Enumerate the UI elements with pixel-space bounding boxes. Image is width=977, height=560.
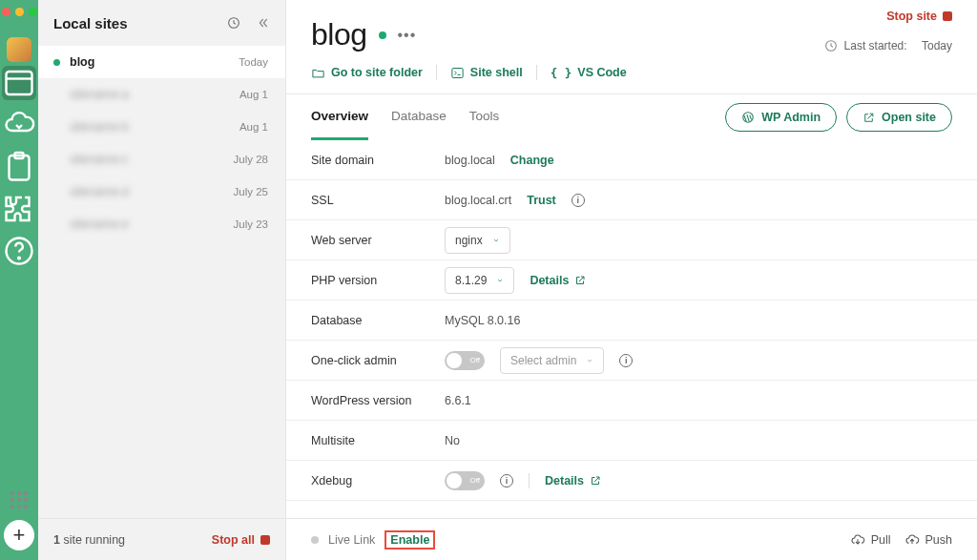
info-icon[interactable]: i xyxy=(572,194,585,207)
code-braces-icon: { } xyxy=(551,66,572,80)
site-date: Aug 1 xyxy=(239,89,268,100)
minimize-window-icon[interactable] xyxy=(15,8,24,16)
open-shell-button[interactable]: Site shell xyxy=(437,66,536,80)
collapse-sidebar-icon[interactable] xyxy=(255,15,270,31)
open-vscode-button[interactable]: { } VS Code xyxy=(537,66,640,80)
row-database: Database MySQL 8.0.16 xyxy=(286,301,977,341)
tab-database[interactable]: Database xyxy=(391,94,447,140)
xdebug-details-button[interactable]: Details xyxy=(545,474,601,487)
php-version-select[interactable]: 8.1.29 xyxy=(445,267,514,294)
site-row-blog[interactable]: blog Today xyxy=(38,46,285,78)
wp-admin-button[interactable]: WP Admin xyxy=(725,103,837,132)
tab-overview[interactable]: Overview xyxy=(311,94,368,140)
site-row[interactable]: sitename-d July 25 xyxy=(38,176,285,208)
row-wp-version: WordPress version 6.6.1 xyxy=(286,381,977,421)
app-switcher-icon[interactable] xyxy=(10,480,28,520)
one-click-admin-toggle[interactable]: Off xyxy=(445,351,485,370)
site-row[interactable]: sitename-c July 28 xyxy=(38,143,285,176)
php-details-button[interactable]: Details xyxy=(530,274,586,287)
close-window-icon[interactable] xyxy=(2,8,10,16)
add-site-button[interactable]: + xyxy=(4,520,34,550)
row-xdebug: Xdebug Off i Details xyxy=(286,461,977,501)
row-php-version: PHP version 8.1.29 Details xyxy=(286,260,977,301)
browser-icon xyxy=(2,66,36,100)
site-date: July 28 xyxy=(234,154,268,165)
chevron-down-icon xyxy=(586,357,593,364)
cloud-download-icon xyxy=(850,532,865,548)
rail-blueprints-button[interactable] xyxy=(2,150,36,184)
help-icon xyxy=(2,234,36,268)
nav-rail: + xyxy=(0,0,38,560)
enable-live-link-button[interactable]: Enable xyxy=(390,533,429,547)
running-count: 1 site running xyxy=(53,533,125,547)
cloud-upload-icon xyxy=(904,532,920,548)
site-name: sitename-b xyxy=(70,120,129,134)
svg-point-5 xyxy=(18,258,20,259)
stop-icon xyxy=(943,11,952,21)
wordpress-icon xyxy=(741,111,755,124)
external-link-icon xyxy=(590,475,601,487)
trust-ssl-button[interactable]: Trust xyxy=(527,194,556,207)
web-server-select[interactable]: nginx xyxy=(445,227,510,254)
maximize-window-icon[interactable] xyxy=(29,8,37,16)
live-link-label: Live Link xyxy=(328,533,375,547)
user-avatar[interactable] xyxy=(7,37,31,62)
puzzle-icon xyxy=(2,192,36,226)
external-link-icon xyxy=(863,112,875,124)
site-name: blog xyxy=(70,55,94,69)
site-domain-value: blog.local xyxy=(445,154,495,167)
svg-rect-0 xyxy=(7,72,32,94)
site-running-icon xyxy=(379,31,386,39)
stop-icon xyxy=(260,535,270,545)
live-link-status-icon xyxy=(311,536,319,544)
tab-tools[interactable]: Tools xyxy=(469,94,500,140)
rail-connect-button[interactable] xyxy=(2,108,36,142)
svg-rect-8 xyxy=(452,68,463,77)
site-row[interactable]: sitename-e July 23 xyxy=(38,208,285,240)
site-row[interactable]: sitename-b Aug 1 xyxy=(38,111,285,143)
site-name: sitename-e xyxy=(70,218,129,231)
overview-details: Site domain blog.local Change SSL blog.l… xyxy=(286,140,977,518)
rail-sites-button[interactable] xyxy=(2,66,36,100)
terminal-icon xyxy=(450,66,465,80)
wp-version-value: 6.6.1 xyxy=(445,394,471,407)
open-site-button[interactable]: Open site xyxy=(846,103,952,132)
site-actions-menu[interactable]: ••• xyxy=(398,27,417,44)
cloud-sync-icon xyxy=(2,108,36,142)
ssl-value: blog.local.crt xyxy=(445,194,511,207)
clipboard-icon xyxy=(2,150,36,184)
database-value: MySQL 8.0.16 xyxy=(445,314,520,327)
stop-all-button[interactable]: Stop all xyxy=(212,533,270,547)
row-one-click-admin: One-click admin Off Select admin i xyxy=(286,341,977,381)
external-link-icon xyxy=(574,275,586,286)
info-icon[interactable]: i xyxy=(619,354,633,367)
recent-sites-icon[interactable] xyxy=(226,15,241,31)
site-date: Aug 1 xyxy=(239,121,268,133)
clock-icon xyxy=(823,38,839,53)
chevron-down-icon xyxy=(492,237,500,244)
xdebug-toggle[interactable]: Off xyxy=(445,471,485,490)
window-controls[interactable] xyxy=(2,0,37,31)
last-started: Last started: Today xyxy=(823,38,952,53)
pull-button[interactable]: Pull xyxy=(850,532,891,548)
rail-addons-button[interactable] xyxy=(2,192,36,226)
site-title: blog xyxy=(311,17,367,52)
sidebar-title: Local sites xyxy=(53,15,128,31)
push-button[interactable]: Push xyxy=(904,532,953,548)
info-icon[interactable]: i xyxy=(500,474,513,487)
row-site-domain: Site domain blog.local Change xyxy=(286,140,977,180)
site-row[interactable]: sitename-a Aug 1 xyxy=(38,78,285,111)
site-running-icon xyxy=(53,59,60,66)
change-domain-button[interactable]: Change xyxy=(510,154,554,167)
sites-list: blog Today sitename-a Aug 1 sitename-b A… xyxy=(38,46,285,518)
rail-help-button[interactable] xyxy=(2,234,36,268)
multisite-value: No xyxy=(445,434,460,447)
admin-user-select[interactable]: Select admin xyxy=(500,347,604,374)
chevron-down-icon xyxy=(496,277,504,284)
site-date: July 25 xyxy=(234,186,268,197)
site-name: sitename-a xyxy=(70,88,129,101)
site-date: Today xyxy=(239,56,268,68)
open-folder-button[interactable]: Go to site folder xyxy=(311,66,436,80)
stop-site-button[interactable]: Stop site xyxy=(886,10,952,23)
row-multisite: Multisite No xyxy=(286,421,977,461)
